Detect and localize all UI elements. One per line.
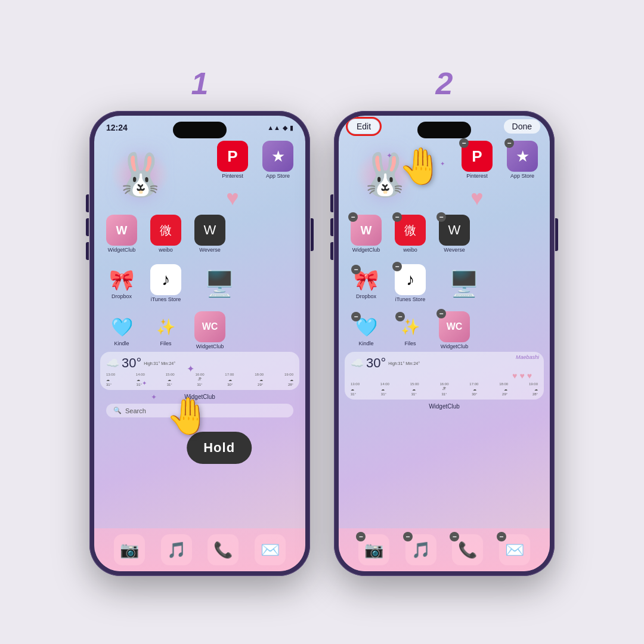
wtemp2-6: 29°	[502, 392, 507, 396]
step-1-number: 1	[191, 68, 209, 99]
dock-mail[interactable]: ✉️	[255, 534, 286, 565]
kindle-app[interactable]: 🩵 Kindle	[101, 314, 142, 346]
dock-1: 📷 🎵 📞 ✉️	[94, 528, 305, 571]
wtemp-3: 31°	[167, 383, 172, 386]
weather-times-1: 13:00 14:00 15:00 16:00 17:00 18:00 19:0…	[106, 373, 293, 376]
time2-4: 16:00	[439, 382, 448, 386]
wtemp-5: 30°	[227, 383, 233, 386]
weibo-app[interactable]: 微 weibo	[145, 215, 186, 253]
wtemp-2: 31°	[137, 383, 142, 386]
minus-badge-music: −	[403, 532, 413, 541]
weibo-app-2[interactable]: − 微 weibo	[390, 215, 431, 253]
itunes-app[interactable]: ♪ iTunes Store	[145, 264, 186, 302]
pinterest-app-2[interactable]: − P Pinterest	[457, 141, 497, 179]
appstore-app-2[interactable]: − ★ App Store	[502, 141, 543, 179]
minus-badge-kindle: −	[351, 312, 361, 321]
computer-icon-1: 🖥️	[204, 269, 235, 298]
minus-badge-mail: −	[497, 532, 506, 541]
widgetclub-app-2b[interactable]: − WC WidgetClub	[434, 311, 475, 349]
step-2: 2 Edit Done	[334, 68, 555, 576]
weverse-icon: W	[194, 215, 225, 246]
mid-section-2a: − W WidgetClub − 微 weibo	[339, 215, 550, 253]
phone-1-frame: 12:24 ▲▲ ◆ ▮ 🐰	[89, 111, 310, 576]
dock-camera[interactable]: 📷	[114, 534, 145, 565]
minus-badge-appstore: −	[504, 138, 514, 148]
weather-widget-2: Maebashi ☁️ 30° High:31° Min:24° ♥	[345, 352, 544, 400]
minus-badge-files: −	[395, 312, 405, 321]
hand-cursor-2: 🤚	[398, 148, 443, 184]
sparkle-4: ✦	[386, 151, 392, 160]
right-apps-1: P Pinterest ★ App Store	[212, 141, 298, 213]
sparkle-3: ✦	[187, 363, 194, 374]
heart-1: ♥	[512, 371, 517, 380]
wifi-icon: ◆	[283, 124, 287, 132]
widgetclub-icon-2a: − W	[351, 215, 382, 246]
wicon2-2: ☁	[381, 387, 385, 391]
weverse-label-2: Weverse	[444, 247, 465, 253]
dock-music[interactable]: 🎵	[161, 534, 192, 565]
dock-2: − 📷 − 🎵 − 📞 − ✉️	[339, 528, 550, 571]
minus-badge-wc1: −	[348, 212, 358, 222]
dock-phone[interactable]: 📞	[208, 534, 239, 565]
widgetclub-app-2[interactable]: WC WidgetClub	[190, 311, 230, 349]
weather-main-1: ☁️ 30° High:31° Min:24°	[106, 355, 293, 371]
wtemp2-7: 28°	[532, 392, 538, 396]
heart-deco-icon: ♥	[226, 185, 239, 210]
weather-widget-1: ☁️ 30° High:31° Min:24° 13:00 14:00 15:0…	[100, 352, 299, 390]
widgetclub-label-2a: WidgetClub	[352, 247, 380, 253]
heart-2: ♥	[519, 371, 524, 380]
side-btn-left3b	[330, 242, 333, 260]
itunes-label: iTunes Store	[151, 296, 181, 302]
widgetclub-app-2a[interactable]: − W WidgetClub	[346, 215, 386, 253]
edit-button[interactable]: Edit	[348, 119, 379, 134]
weverse-app-2[interactable]: − W Weverse	[434, 215, 475, 253]
kindle-app-2[interactable]: − 🩵 Kindle	[346, 314, 386, 346]
dynamic-island-1	[173, 122, 227, 138]
dropbox-app-2[interactable]: − 🎀 Dropbox	[346, 267, 386, 299]
files-label-2: Files	[404, 340, 416, 346]
wicon2-4: ⛈	[442, 387, 446, 391]
mid-section-2: 🎀 Dropbox ♪ iTunes Store 🖥️	[94, 256, 305, 310]
widgetclub-bottom-2: WidgetClub	[339, 402, 550, 411]
side-btn-left2	[86, 218, 89, 236]
bow-icon-2: − 🎀	[354, 267, 379, 292]
right-app-row-2: ♥	[212, 182, 298, 213]
battery-icon: ▮	[290, 124, 293, 132]
wtemp2-3: 31°	[411, 392, 417, 396]
appstore-app[interactable]: ★ App Store	[258, 141, 298, 179]
dropbox-app[interactable]: 🎀 Dropbox	[101, 267, 142, 299]
files-label: Files	[160, 340, 171, 346]
hand-cursor-1: 🤚	[166, 398, 210, 434]
minus-badge-dropbox: −	[351, 265, 361, 274]
cloud-icon: ☁️	[106, 357, 119, 370]
itunes-app-2[interactable]: − ♪ iTunes Store	[390, 264, 431, 302]
done-button[interactable]: Done	[504, 119, 540, 134]
wicon-7: ☁	[290, 377, 293, 382]
weather-temps-row: 31° 31° 31° 31° 30° 29° 28°	[106, 383, 293, 386]
weverse-app[interactable]: W Weverse	[190, 215, 230, 253]
pinterest-app[interactable]: P Pinterest	[212, 141, 253, 179]
top-app-area-2: 🐰 − P Pinterest	[339, 136, 550, 213]
main-container: 1 12:24 ▲▲ ◆ ▮	[0, 44, 644, 600]
widgetclub-app-1[interactable]: W WidgetClub	[101, 215, 142, 253]
weather-details: High:31° Min:24°	[144, 361, 175, 366]
widgetclub-icon-1: W	[106, 215, 137, 246]
status-time-1: 12:24	[106, 123, 128, 132]
files-app[interactable]: ✨ Files	[145, 314, 186, 346]
side-btn-rightb	[555, 218, 558, 251]
time2-7: 19:00	[529, 382, 538, 386]
wtemp-7: 28°	[288, 383, 293, 386]
minus-badge-weibo: −	[392, 212, 402, 222]
wicon-5: ☁	[228, 377, 232, 382]
pinterest-icon-2: − P	[462, 141, 493, 172]
files-app-2[interactable]: − ✨ Files	[390, 314, 431, 346]
computer-widget-1: 🖥️	[190, 256, 249, 310]
computer-icon-2: 🖥️	[448, 269, 479, 298]
wicon2-7: ☁	[534, 387, 538, 391]
weather-high-2: High:31° Min:24°	[388, 361, 420, 366]
minus-badge-pinterest: −	[459, 138, 469, 148]
bottom-app-row-1: 🩵 Kindle ✨ Files WC WidgetClub	[94, 311, 305, 349]
weverse-icon-2: − W	[439, 215, 470, 246]
time-5: 17:00	[225, 373, 234, 376]
sparkle-1: ✦	[151, 393, 157, 401]
